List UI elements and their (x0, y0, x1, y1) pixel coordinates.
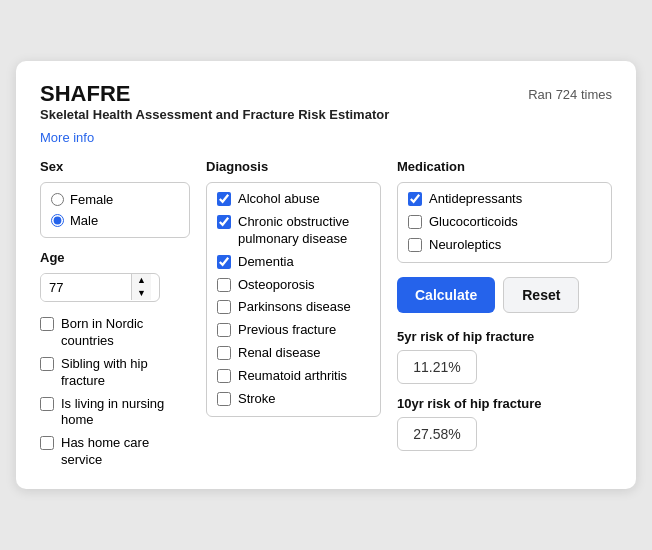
right-column: Medication Antidepressants Glucocorticoi… (397, 159, 612, 469)
rheumatoid-item[interactable]: Reumatoid arthritis (217, 368, 370, 385)
tenyr-value: 27.58% (397, 417, 477, 451)
glucocorticoids-item[interactable]: Glucocorticoids (408, 214, 601, 231)
copd-checkbox[interactable] (217, 215, 231, 229)
born-nordic-checkbox[interactable] (40, 317, 54, 331)
sex-female-item[interactable]: Female (51, 189, 179, 210)
fiveyr-result: 5yr risk of hip fracture 11.21% (397, 329, 612, 384)
sex-male-label: Male (70, 213, 98, 228)
sex-male-radio[interactable] (51, 214, 64, 227)
app-subtitle: Skeletal Health Assessment and Fracture … (40, 107, 389, 122)
sex-female-label: Female (70, 192, 113, 207)
tenyr-label: 10yr risk of hip fracture (397, 396, 612, 411)
born-nordic-item[interactable]: Born in Nordic countries (40, 316, 190, 350)
diagnosis-column: Diagnosis Alcohol abuse Chronic obstruct… (206, 159, 381, 469)
antidepressants-item[interactable]: Antidepressants (408, 191, 601, 208)
parkinsons-checkbox[interactable] (217, 300, 231, 314)
osteoporosis-checkbox[interactable] (217, 278, 231, 292)
sex-female-radio[interactable] (51, 193, 64, 206)
sex-label: Sex (40, 159, 190, 174)
calculate-button[interactable]: Calculate (397, 277, 495, 313)
left-column: Sex Female Male Age ▲ ▼ (40, 159, 190, 469)
neuroleptics-checkbox[interactable] (408, 238, 422, 252)
prev-fracture-item[interactable]: Previous fracture (217, 322, 370, 339)
medication-label: Medication (397, 159, 612, 174)
nursing-home-checkbox[interactable] (40, 397, 54, 411)
alcohol-item[interactable]: Alcohol abuse (217, 191, 370, 208)
copd-item[interactable]: Chronic obstructive pulmonary disease (217, 214, 370, 248)
prev-fracture-label: Previous fracture (238, 322, 336, 339)
renal-item[interactable]: Renal disease (217, 345, 370, 362)
neuroleptics-label: Neuroleptics (429, 237, 501, 254)
parkinsons-item[interactable]: Parkinsons disease (217, 299, 370, 316)
home-care-item[interactable]: Has home care service (40, 435, 190, 469)
tenyr-result: 10yr risk of hip fracture 27.58% (397, 396, 612, 451)
sibling-hip-checkbox[interactable] (40, 357, 54, 371)
prev-fracture-checkbox[interactable] (217, 323, 231, 337)
neuroleptics-item[interactable]: Neuroleptics (408, 237, 601, 254)
osteoporosis-label: Osteoporosis (238, 277, 315, 294)
antidepressants-checkbox[interactable] (408, 192, 422, 206)
rheumatoid-label: Reumatoid arthritis (238, 368, 347, 385)
app-title: SHAFRE (40, 81, 389, 107)
header: SHAFRE Skeletal Health Assessment and Fr… (40, 81, 612, 126)
dementia-label: Dementia (238, 254, 294, 271)
age-section: Age ▲ ▼ (40, 250, 190, 302)
diagnosis-label: Diagnosis (206, 159, 381, 174)
main-card: SHAFRE Skeletal Health Assessment and Fr… (16, 61, 636, 489)
sex-radio-group: Female Male (40, 182, 190, 238)
diagnosis-box: Alcohol abuse Chronic obstructive pulmon… (206, 182, 381, 417)
sibling-hip-item[interactable]: Sibling with hip fracture (40, 356, 190, 390)
born-nordic-label: Born in Nordic countries (61, 316, 190, 350)
alcohol-label: Alcohol abuse (238, 191, 320, 208)
age-input[interactable] (41, 274, 131, 301)
age-decrement-button[interactable]: ▼ (132, 287, 151, 300)
renal-label: Renal disease (238, 345, 320, 362)
age-spinners: ▲ ▼ (131, 274, 151, 300)
stroke-label: Stroke (238, 391, 276, 408)
stroke-checkbox[interactable] (217, 392, 231, 406)
age-input-wrap: ▲ ▼ (40, 273, 160, 302)
more-info-link[interactable]: More info (40, 130, 94, 145)
glucocorticoids-label: Glucocorticoids (429, 214, 518, 231)
dementia-item[interactable]: Dementia (217, 254, 370, 271)
age-label: Age (40, 250, 190, 265)
sex-male-item[interactable]: Male (51, 210, 179, 231)
left-checkbox-list: Born in Nordic countries Sibling with hi… (40, 316, 190, 469)
parkinsons-label: Parkinsons disease (238, 299, 351, 316)
reset-button[interactable]: Reset (503, 277, 579, 313)
copd-label: Chronic obstructive pulmonary disease (238, 214, 370, 248)
home-care-checkbox[interactable] (40, 436, 54, 450)
action-buttons: Calculate Reset (397, 277, 612, 313)
stroke-item[interactable]: Stroke (217, 391, 370, 408)
renal-checkbox[interactable] (217, 346, 231, 360)
nursing-home-label: Is living in nursing home (61, 396, 190, 430)
fiveyr-label: 5yr risk of hip fracture (397, 329, 612, 344)
fiveyr-value: 11.21% (397, 350, 477, 384)
sibling-hip-label: Sibling with hip fracture (61, 356, 190, 390)
antidepressants-label: Antidepressants (429, 191, 522, 208)
home-care-label: Has home care service (61, 435, 190, 469)
dementia-checkbox[interactable] (217, 255, 231, 269)
rheumatoid-checkbox[interactable] (217, 369, 231, 383)
main-content: Sex Female Male Age ▲ ▼ (40, 159, 612, 469)
osteoporosis-item[interactable]: Osteoporosis (217, 277, 370, 294)
ran-times: Ran 724 times (528, 87, 612, 102)
alcohol-checkbox[interactable] (217, 192, 231, 206)
glucocorticoids-checkbox[interactable] (408, 215, 422, 229)
age-increment-button[interactable]: ▲ (132, 274, 151, 287)
nursing-home-item[interactable]: Is living in nursing home (40, 396, 190, 430)
title-block: SHAFRE Skeletal Health Assessment and Fr… (40, 81, 389, 126)
medication-box: Antidepressants Glucocorticoids Neurolep… (397, 182, 612, 263)
